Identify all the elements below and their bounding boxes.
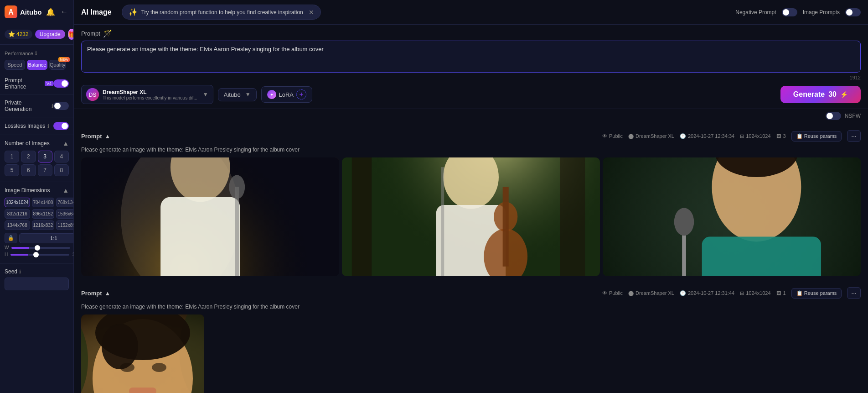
res-icon: ⊞ (740, 133, 744, 139)
svg-rect-8 (160, 197, 240, 276)
back-icon[interactable]: ← (60, 7, 69, 17)
tooltip-text: Try the random prompt function to help y… (141, 9, 303, 16)
lock-ratio-button[interactable]: 🔒 (5, 233, 17, 243)
generate-button[interactable]: Generate 30 ⚡ (780, 86, 861, 103)
count-1: 🖼 3 (776, 133, 786, 139)
user-stats-bar: ⭐ 4232 Upgrade 🎁 (0, 24, 73, 45)
coins-value: 4232 (16, 31, 29, 37)
dims-704x1408[interactable]: 704x1408 (32, 198, 55, 207)
result-2-label: Prompt (81, 290, 102, 297)
page-title: AI Image (81, 8, 112, 16)
char-count: 1912 (81, 75, 861, 80)
nsfw-toggle-thumb (827, 113, 833, 119)
result-image-1-3[interactable] (603, 157, 861, 276)
result-image-1-2[interactable] (342, 157, 600, 276)
width-slider[interactable] (11, 247, 70, 249)
num-btn-5[interactable]: 5 (5, 164, 19, 176)
generate-cost: 30 (828, 90, 837, 99)
timestamp-2: 🕐 2024-10-27 12:31:44 (680, 290, 734, 296)
more-button-1[interactable]: ··· (847, 130, 861, 142)
image-prompts-toggle[interactable] (845, 8, 861, 16)
sidebar-icons: 🔔 ← (45, 7, 69, 17)
result-image-1-1[interactable] (81, 157, 339, 276)
tooltip-close-button[interactable]: ✕ (309, 9, 314, 16)
dims-collapse[interactable]: ▲ (62, 187, 69, 194)
lightning-icon: ⚡ (840, 91, 848, 98)
more-button-2[interactable]: ··· (847, 287, 861, 299)
dims-1536x640[interactable]: 1536x640 (56, 209, 74, 219)
lossless-toggle[interactable] (53, 122, 69, 130)
lora-add-button[interactable]: + (296, 89, 306, 100)
private-gen-toggle[interactable] (53, 102, 69, 110)
performance-title: Performance ℹ (5, 50, 69, 56)
num-btn-4[interactable]: 4 (54, 151, 69, 162)
num-btn-2[interactable]: 2 (21, 151, 36, 162)
dims-832x1216[interactable]: 832x1216 (5, 209, 30, 219)
prompt-enhance-toggle-track (53, 79, 69, 88)
num-btn-8[interactable]: 8 (54, 164, 69, 176)
gift-button[interactable]: 🎁 (68, 29, 74, 40)
img-figure-4 (81, 314, 204, 393)
reuse-params-2[interactable]: 📋 Reuse params (791, 288, 842, 299)
prompt-magic-button[interactable]: 🪄 (103, 29, 112, 38)
num-btn-7[interactable]: 7 (38, 164, 52, 176)
eye-icon: 👁 (602, 133, 607, 139)
aitubo-logo-icon: A (5, 5, 17, 18)
dims-1216x832[interactable]: 1216x832 (32, 220, 55, 230)
coins-badge: ⭐ 4232 (5, 30, 32, 39)
lossless-toggle-thumb (62, 123, 68, 129)
negative-prompt-toggle[interactable] (782, 8, 797, 16)
seed-section: Seed ℹ (0, 264, 73, 295)
clock-icon-2: 🕐 (680, 290, 686, 296)
dims-768x1344[interactable]: 768x1344 (56, 198, 74, 207)
generate-label: Generate (793, 90, 825, 99)
image-dimensions-section: Image Dimensions ▲ 1024x1024 704x1408 76… (0, 182, 73, 264)
prompt-label: Prompt (81, 30, 100, 37)
upgrade-button[interactable]: Upgrade (35, 30, 65, 39)
result-prompt-label-1[interactable]: Prompt ▲ (81, 133, 110, 140)
height-label: H (5, 252, 8, 257)
result-image-2-1[interactable] (81, 314, 204, 393)
num-images-section: Number of Images ▲ 1 2 3 4 5 6 7 8 (0, 135, 73, 182)
height-slider[interactable] (10, 254, 69, 256)
img-prompts-toggle-track (845, 8, 861, 16)
star-icon: ⭐ (8, 31, 15, 37)
perf-balance-button[interactable]: Balance (27, 60, 47, 70)
num-btn-3[interactable]: 3 (38, 151, 52, 162)
private-gen-label-area: Private Generation ℹ (5, 100, 53, 112)
performance-section: Performance ℹ Speed Balance Quality NEW (0, 45, 73, 73)
dims-1152x896[interactable]: 1152x896 (56, 220, 74, 230)
svg-rect-38 (129, 388, 156, 393)
notification-icon[interactable]: 🔔 (45, 7, 56, 17)
clock-icon: 🕐 (680, 133, 686, 139)
seed-input[interactable] (5, 278, 69, 290)
eye-icon-2: 👁 (602, 290, 607, 296)
dims-1024x1024[interactable]: 1024x1024 (5, 198, 30, 207)
lossless-images-row: Lossless Images ℹ (0, 117, 73, 135)
num-btn-6[interactable]: 6 (21, 164, 36, 176)
ratio-input[interactable] (19, 233, 74, 243)
num-images-collapse[interactable]: ▲ (62, 140, 69, 147)
result-prompt-label-2[interactable]: Prompt ▲ (81, 290, 110, 297)
results-area[interactable]: Prompt ▲ 👁 Public ⬤ DreamShaper XL 🕐 202… (74, 123, 868, 393)
model-desc: This model performs excellently in vario… (103, 95, 197, 100)
perf-speed-button[interactable]: Speed (5, 60, 25, 70)
nsfw-label: NSFW (845, 113, 861, 119)
prompt-enhance-toggle[interactable] (53, 79, 69, 88)
model-selector[interactable]: DS DreamShaper XL This model performs ex… (81, 85, 213, 104)
result-prompt-text-1: Please generate an image with the theme:… (81, 147, 861, 153)
model-avatar: DS (86, 88, 99, 101)
dims-896x1152[interactable]: 896x1152 (32, 209, 55, 219)
prompt-label-row: Prompt 🪄 (81, 29, 861, 38)
private-gen-label: Private Generation (5, 100, 49, 112)
model-2: ⬤ DreamShaper XL (628, 290, 674, 296)
lora-button[interactable]: ✦ LoRA + (261, 86, 313, 103)
dims-1344x768[interactable]: 1344x768 (5, 220, 30, 230)
nsfw-toggle[interactable] (826, 112, 841, 120)
style-selector[interactable]: Aitubo ▼ (218, 88, 257, 101)
images-row-1 (81, 157, 861, 276)
neg-prompt-toggle-track (782, 8, 797, 16)
prompt-textarea[interactable]: Please generate an image with the theme:… (81, 41, 861, 73)
reuse-params-1[interactable]: 📋 Reuse params (791, 131, 842, 141)
num-btn-1[interactable]: 1 (5, 151, 19, 162)
